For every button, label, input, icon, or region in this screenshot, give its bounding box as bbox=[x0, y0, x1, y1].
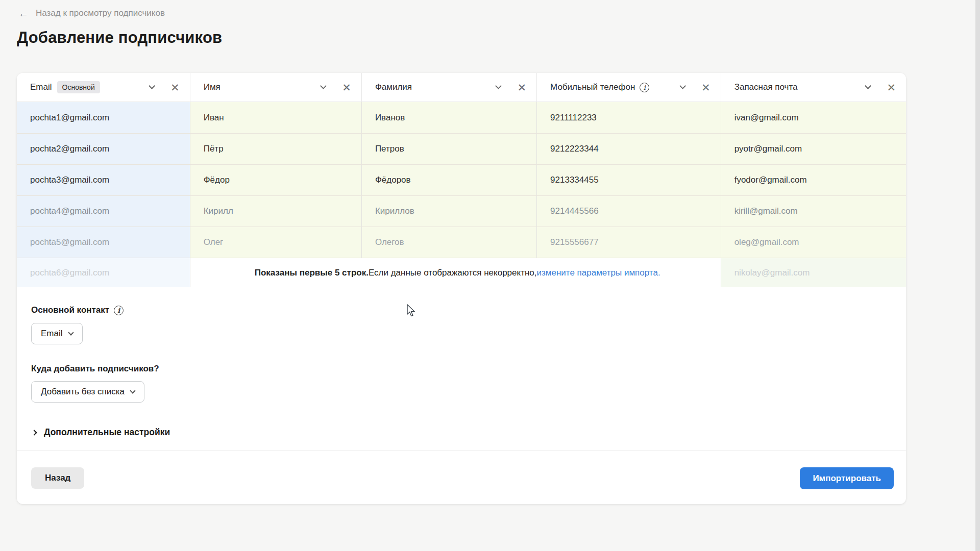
column-label: Email bbox=[30, 82, 52, 92]
back-button[interactable]: Назад bbox=[31, 467, 84, 489]
table-cell: Пётр bbox=[190, 134, 362, 164]
table-row: pochta3@gmail.comФёдорФёдоров9213334455f… bbox=[17, 164, 906, 195]
change-import-settings-link[interactable]: измените параметры импорта. bbox=[537, 268, 660, 278]
advanced-settings-toggle[interactable]: Дополнительные настройки bbox=[32, 427, 170, 438]
rows-note-bold: Показаны первые 5 строк. bbox=[255, 268, 369, 278]
chevron-down-icon[interactable] bbox=[496, 83, 502, 89]
advanced-settings-label: Дополнительные настройки bbox=[44, 427, 170, 438]
column-header-4: Мобильный телефонi✕ bbox=[537, 73, 721, 102]
primary-contact-label-row: Основной контакт i bbox=[31, 305, 124, 315]
table-cell: fyodor@gmail.com bbox=[721, 165, 906, 195]
chevron-down-icon[interactable] bbox=[149, 83, 155, 89]
table-cell: Кириллов bbox=[362, 196, 537, 227]
table-cell: 9212223344 bbox=[537, 134, 721, 164]
rows-note: Показаны первые 5 строк. Если данные ото… bbox=[190, 258, 721, 287]
table-cell: 9214445566 bbox=[537, 196, 721, 227]
primary-badge: Основной bbox=[57, 81, 100, 93]
primary-contact-value: Email bbox=[41, 329, 63, 339]
remove-column-icon[interactable]: ✕ bbox=[517, 82, 526, 93]
back-link[interactable]: ← Назад к просмотру подписчиков bbox=[18, 8, 165, 18]
table-cell: Фёдор bbox=[190, 165, 362, 195]
table-header-row: EmailОсновной✕Имя✕Фамилия✕Мобильный теле… bbox=[17, 73, 906, 102]
remove-column-icon[interactable]: ✕ bbox=[170, 82, 180, 93]
table-row: pochta1@gmail.comИванИванов9211112233iva… bbox=[17, 102, 906, 133]
table-row: pochta5@gmail.comОлегОлегов9215556677ole… bbox=[17, 227, 906, 258]
add-to-list-label: Куда добавить подписчиков? bbox=[31, 364, 159, 374]
table-row: pochta2@gmail.comПётрПетров9212223344pyo… bbox=[17, 133, 906, 164]
rows-note-text: Если данные отображаются некорректно, bbox=[369, 268, 537, 278]
table-cell: Фёдоров bbox=[362, 165, 537, 195]
column-header-2: Имя✕ bbox=[190, 73, 362, 102]
column-label: Имя bbox=[204, 82, 220, 92]
add-to-list-value: Добавить без списка bbox=[41, 387, 125, 397]
card-footer: Назад Импортировать bbox=[17, 450, 906, 504]
back-link-label: Назад к просмотру подписчиков bbox=[36, 8, 165, 18]
primary-contact-select[interactable]: Email bbox=[31, 323, 83, 344]
import-card: EmailОсновной✕Имя✕Фамилия✕Мобильный теле… bbox=[17, 73, 906, 504]
chevron-down-icon bbox=[68, 330, 74, 335]
table-cell-email: pochta6@gmail.com bbox=[17, 258, 190, 287]
remove-column-icon[interactable]: ✕ bbox=[342, 82, 351, 93]
table-cell-backup-email: nikolay@gmail.com bbox=[721, 258, 906, 287]
add-to-list-select[interactable]: Добавить без списка bbox=[31, 381, 144, 403]
column-header-1: EmailОсновной✕ bbox=[17, 73, 190, 102]
table-cell: pochta1@gmail.com bbox=[17, 102, 190, 133]
chevron-down-icon bbox=[130, 388, 135, 393]
import-button[interactable]: Импортировать bbox=[800, 467, 894, 489]
table-cell: 9215556677 bbox=[537, 227, 721, 258]
table-cell: Олегов bbox=[362, 227, 537, 258]
table-cell: Иван bbox=[190, 102, 362, 133]
table-cell: Олег bbox=[190, 227, 362, 258]
table-cell: Кирилл bbox=[190, 196, 362, 227]
page-title: Добавление подписчиков bbox=[17, 29, 222, 47]
table-cell: pochta3@gmail.com bbox=[17, 165, 190, 195]
column-label: Запасная почта bbox=[734, 82, 798, 92]
table-cell: pochta5@gmail.com bbox=[17, 227, 190, 258]
primary-contact-label: Основной контакт bbox=[31, 305, 109, 315]
table-cell: oleg@gmail.com bbox=[721, 227, 906, 258]
column-label: Фамилия bbox=[375, 82, 412, 92]
column-label: Мобильный телефон bbox=[550, 82, 635, 92]
column-header-3: Фамилия✕ bbox=[362, 73, 537, 102]
remove-column-icon[interactable]: ✕ bbox=[887, 82, 896, 93]
back-arrow-icon: ← bbox=[18, 8, 29, 18]
table-cell: Петров bbox=[362, 134, 537, 164]
table-cell: pochta4@gmail.com bbox=[17, 196, 190, 227]
column-header-5: Запасная почта✕ bbox=[721, 73, 906, 102]
primary-contact-info-icon[interactable]: i bbox=[114, 306, 124, 315]
table-row: pochta4@gmail.comКириллКириллов921444556… bbox=[17, 195, 906, 227]
chevron-right-icon bbox=[31, 430, 37, 435]
table-cell: pyotr@gmail.com bbox=[721, 134, 906, 164]
table-body: pochta1@gmail.comИванИванов9211112233iva… bbox=[17, 102, 906, 258]
chevron-down-icon[interactable] bbox=[865, 83, 872, 89]
table-cell: 9213334455 bbox=[537, 165, 721, 195]
table-cell: Иванов bbox=[362, 102, 537, 133]
scrollbar[interactable] bbox=[975, 0, 980, 551]
table-cell: 9211112233 bbox=[537, 102, 721, 133]
table-cell: ivan@gmail.com bbox=[721, 102, 906, 133]
table-last-row: pochta6@gmail.com Показаны первые 5 стро… bbox=[17, 258, 906, 287]
table-cell: pochta2@gmail.com bbox=[17, 134, 190, 164]
remove-column-icon[interactable]: ✕ bbox=[701, 82, 710, 93]
chevron-down-icon[interactable] bbox=[320, 83, 327, 89]
chevron-down-icon[interactable] bbox=[679, 83, 686, 89]
column-info-icon[interactable]: i bbox=[640, 83, 649, 92]
table-cell: kirill@gmail.com bbox=[721, 196, 906, 227]
